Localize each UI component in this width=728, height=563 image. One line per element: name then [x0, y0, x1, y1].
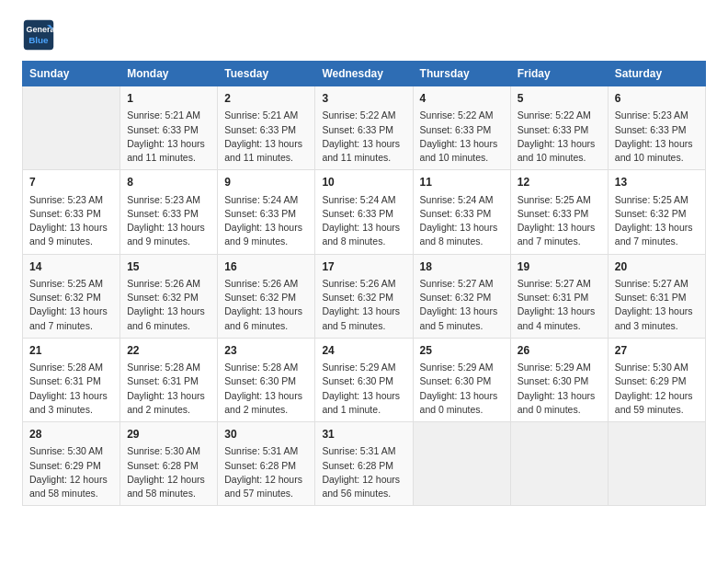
day-number: 11	[420, 175, 504, 190]
cell-line: Daylight: 13 hours	[224, 304, 308, 318]
calendar-cell: 25Sunrise: 5:29 AMSunset: 6:30 PMDayligh…	[413, 338, 510, 421]
calendar-cell: 27Sunrise: 5:30 AMSunset: 6:29 PMDayligh…	[608, 338, 705, 421]
cell-line: Sunset: 6:33 PM	[615, 123, 699, 137]
calendar-cell: 18Sunrise: 5:27 AMSunset: 6:32 PMDayligh…	[413, 254, 510, 338]
cell-line: Sunset: 6:30 PM	[322, 374, 405, 388]
day-number: 1	[127, 91, 210, 107]
cell-line: and 9 minutes.	[127, 235, 210, 248]
day-number: 30	[224, 427, 308, 442]
cell-line: Daylight: 13 hours	[127, 304, 210, 318]
cell-line: Sunrise: 5:22 AM	[420, 109, 504, 122]
cell-line: Sunrise: 5:22 AM	[518, 109, 601, 122]
day-number: 10	[322, 175, 405, 190]
calendar-cell: 31Sunrise: 5:31 AMSunset: 6:28 PMDayligh…	[315, 422, 413, 506]
cell-line: Sunset: 6:29 PM	[29, 459, 113, 473]
cell-line: Sunset: 6:32 PM	[420, 291, 504, 304]
header-row: SundayMondayTuesdayWednesdayThursdayFrid…	[23, 62, 706, 86]
cell-line: Sunrise: 5:31 AM	[224, 444, 308, 458]
cell-line: Daylight: 13 hours	[615, 137, 699, 151]
day-number: 12	[518, 175, 601, 190]
cell-line: Daylight: 13 hours	[518, 304, 601, 318]
calendar-cell: 16Sunrise: 5:26 AMSunset: 6:32 PMDayligh…	[218, 254, 315, 338]
cell-line: Daylight: 13 hours	[420, 137, 504, 151]
cell-line: Sunrise: 5:26 AM	[322, 277, 405, 291]
cell-line: Daylight: 13 hours	[29, 221, 113, 235]
cell-line: Sunset: 6:33 PM	[322, 207, 405, 221]
cell-line: Sunset: 6:33 PM	[518, 123, 601, 137]
cell-line: Sunset: 6:33 PM	[224, 123, 308, 137]
cell-line: Sunset: 6:33 PM	[420, 123, 504, 137]
cell-line: Daylight: 13 hours	[322, 389, 405, 403]
day-number: 18	[420, 259, 504, 275]
cell-line: Sunset: 6:32 PM	[127, 291, 210, 304]
cell-line: Sunset: 6:30 PM	[420, 374, 504, 388]
day-number: 16	[224, 259, 308, 275]
week-row-4: 21Sunrise: 5:28 AMSunset: 6:31 PMDayligh…	[23, 338, 706, 421]
cell-line: Daylight: 13 hours	[29, 389, 113, 403]
header-day-monday: Monday	[120, 62, 218, 86]
calendar-cell: 3Sunrise: 5:22 AMSunset: 6:33 PMDaylight…	[315, 86, 413, 170]
cell-line: Daylight: 12 hours	[127, 473, 210, 487]
calendar-cell	[510, 422, 608, 506]
day-number: 31	[322, 427, 405, 442]
cell-line: Sunrise: 5:29 AM	[420, 361, 504, 374]
cell-line: Sunrise: 5:24 AM	[420, 193, 504, 207]
day-number: 20	[615, 259, 699, 275]
day-number: 19	[518, 259, 601, 275]
cell-line: Daylight: 13 hours	[127, 221, 210, 235]
calendar-cell: 1Sunrise: 5:21 AMSunset: 6:33 PMDaylight…	[120, 86, 218, 170]
cell-line: Sunset: 6:31 PM	[615, 291, 699, 304]
cell-line: Sunset: 6:33 PM	[29, 207, 113, 221]
cell-line: and 5 minutes.	[322, 319, 405, 333]
cell-line: Sunset: 6:33 PM	[127, 123, 210, 137]
cell-line: Daylight: 13 hours	[615, 221, 699, 235]
cell-line: Sunrise: 5:25 AM	[29, 277, 113, 291]
calendar-cell: 11Sunrise: 5:24 AMSunset: 6:33 PMDayligh…	[413, 170, 510, 254]
day-number: 7	[29, 175, 113, 190]
cell-line: Sunset: 6:28 PM	[224, 459, 308, 473]
cell-line: and 10 minutes.	[615, 151, 699, 165]
cell-line: and 7 minutes.	[615, 235, 699, 248]
calendar-cell: 7Sunrise: 5:23 AMSunset: 6:33 PMDaylight…	[23, 170, 120, 254]
day-number: 3	[322, 91, 405, 107]
cell-line: Sunrise: 5:27 AM	[615, 277, 699, 291]
day-number: 6	[615, 91, 699, 107]
cell-line: Daylight: 13 hours	[420, 304, 504, 318]
week-row-2: 7Sunrise: 5:23 AMSunset: 6:33 PMDaylight…	[23, 170, 706, 254]
cell-line: and 4 minutes.	[518, 319, 601, 333]
cell-line: Daylight: 13 hours	[518, 137, 601, 151]
cell-line: Sunrise: 5:21 AM	[224, 109, 308, 122]
cell-line: and 8 minutes.	[322, 235, 405, 248]
day-number: 4	[420, 91, 504, 107]
cell-line: and 5 minutes.	[420, 319, 504, 333]
day-number: 27	[615, 343, 699, 359]
cell-line: and 11 minutes.	[127, 151, 210, 165]
cell-line: and 57 minutes.	[224, 487, 308, 500]
cell-line: Daylight: 12 hours	[322, 473, 405, 487]
cell-line: Daylight: 12 hours	[29, 473, 113, 487]
calendar-cell: 4Sunrise: 5:22 AMSunset: 6:33 PMDaylight…	[413, 86, 510, 170]
calendar-cell	[23, 86, 120, 170]
calendar-cell: 13Sunrise: 5:25 AMSunset: 6:32 PMDayligh…	[608, 170, 705, 254]
cell-line: and 7 minutes.	[29, 319, 113, 333]
cell-line: Sunrise: 5:23 AM	[29, 193, 113, 207]
cell-line: and 59 minutes.	[615, 403, 699, 417]
cell-line: Daylight: 13 hours	[518, 389, 601, 403]
cell-line: Daylight: 13 hours	[322, 304, 405, 318]
calendar-cell: 14Sunrise: 5:25 AMSunset: 6:32 PMDayligh…	[23, 254, 120, 338]
day-number: 29	[127, 427, 210, 442]
calendar-cell: 23Sunrise: 5:28 AMSunset: 6:30 PMDayligh…	[218, 338, 315, 421]
cell-line: Sunset: 6:29 PM	[615, 374, 699, 388]
cell-line: Sunset: 6:32 PM	[224, 291, 308, 304]
cell-line: and 10 minutes.	[420, 151, 504, 165]
cell-line: and 0 minutes.	[420, 403, 504, 417]
cell-line: Daylight: 13 hours	[29, 304, 113, 318]
header-day-wednesday: Wednesday	[315, 62, 413, 86]
calendar-cell: 28Sunrise: 5:30 AMSunset: 6:29 PMDayligh…	[23, 422, 120, 506]
cell-line: Sunset: 6:33 PM	[127, 207, 210, 221]
cell-line: and 9 minutes.	[224, 235, 308, 248]
calendar-cell: 30Sunrise: 5:31 AMSunset: 6:28 PMDayligh…	[218, 422, 315, 506]
cell-line: Sunrise: 5:27 AM	[518, 277, 601, 291]
cell-line: and 58 minutes.	[127, 487, 210, 500]
cell-line: Sunrise: 5:23 AM	[127, 193, 210, 207]
